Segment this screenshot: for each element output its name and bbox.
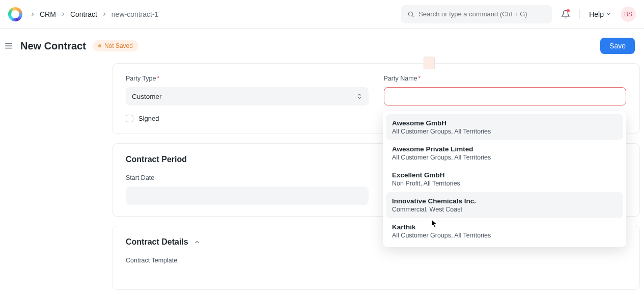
global-search[interactable] <box>401 5 552 23</box>
dropdown-option-name: Awesome GmbH <box>392 119 617 127</box>
start-date-label: Start Date <box>126 174 369 181</box>
signed-label: Signed <box>138 115 159 122</box>
sidebar-toggle[interactable] <box>4 41 13 50</box>
dropdown-option[interactable]: Awesome GmbHAll Customer Groups, All Ter… <box>386 114 623 140</box>
party-type-label: Party Type* <box>126 75 369 82</box>
breadcrumb-contract[interactable]: Contract <box>70 10 97 18</box>
search-icon <box>407 11 414 18</box>
decorative-tab <box>424 57 435 69</box>
dropdown-option-name: Innovative Chemicals Inc. <box>392 197 617 205</box>
party-name-label: Party Name* <box>384 75 627 82</box>
dropdown-option-name: Karthik <box>392 223 617 231</box>
breadcrumb: CRM Contract new-contract-1 <box>30 10 158 18</box>
party-name-input-wrapper <box>384 87 627 105</box>
dropdown-option-sub: Commercial, West Coast <box>392 206 617 213</box>
search-input[interactable] <box>418 10 546 18</box>
dropdown-option-name: Awesome Private Limted <box>392 145 617 153</box>
dropdown-option[interactable]: KarthikAll Customer Groups, All Territor… <box>386 218 623 244</box>
dropdown-option-sub: All Customer Groups, All Territories <box>392 128 617 135</box>
chevron-right-icon <box>30 11 36 17</box>
party-type-select[interactable]: Customer <box>126 87 369 105</box>
help-label: Help <box>589 10 604 18</box>
chevron-right-icon <box>101 11 107 17</box>
party-name-dropdown: Awesome GmbHAll Customer Groups, All Ter… <box>383 111 626 247</box>
status-text: Not Saved <box>104 42 133 49</box>
dropdown-option[interactable]: Excellent GmbHNon Profit, All Territorie… <box>386 166 623 192</box>
contract-template-label: Contract Template <box>126 257 626 264</box>
page-header: New Contract Not Saved Save <box>0 29 644 63</box>
dropdown-option[interactable]: Innovative Chemicals Inc.Commercial, Wes… <box>386 192 623 218</box>
notifications-button[interactable] <box>561 10 570 19</box>
chevron-down-icon <box>606 11 611 17</box>
dropdown-option-sub: All Customer Groups, All Territories <box>392 232 617 239</box>
party-name-input[interactable] <box>390 93 620 100</box>
dropdown-option[interactable]: Awesome Private LimtedAll Customer Group… <box>386 140 623 166</box>
user-avatar[interactable]: BS <box>621 7 636 22</box>
select-caret-icon <box>356 93 362 100</box>
dropdown-option-name: Excellent GmbH <box>392 171 617 179</box>
topbar: CRM Contract new-contract-1 Help BS <box>0 0 644 29</box>
checkbox-icon <box>126 115 133 122</box>
topbar-right: Help BS <box>401 5 636 23</box>
chevron-up-icon <box>193 238 201 246</box>
start-date-input[interactable] <box>126 187 369 205</box>
chevron-right-icon <box>60 11 66 17</box>
dropdown-option-sub: All Customer Groups, All Territories <box>392 154 617 161</box>
help-menu[interactable]: Help <box>589 10 611 18</box>
save-button[interactable]: Save <box>600 38 635 54</box>
status-badge: Not Saved <box>93 40 138 51</box>
dropdown-option-sub: Non Profit, All Territories <box>392 180 617 187</box>
notifications-dot <box>567 9 570 12</box>
separator <box>579 9 580 19</box>
status-dot-icon <box>98 44 101 47</box>
signed-checkbox[interactable]: Signed <box>126 115 369 122</box>
party-type-value: Customer <box>132 93 162 100</box>
app-logo[interactable] <box>8 7 22 21</box>
svg-point-0 <box>409 12 413 16</box>
page-title: New Contract <box>20 40 86 52</box>
breadcrumb-current: new-contract-1 <box>111 10 159 18</box>
breadcrumb-crm[interactable]: CRM <box>40 10 56 18</box>
svg-line-1 <box>412 15 414 17</box>
